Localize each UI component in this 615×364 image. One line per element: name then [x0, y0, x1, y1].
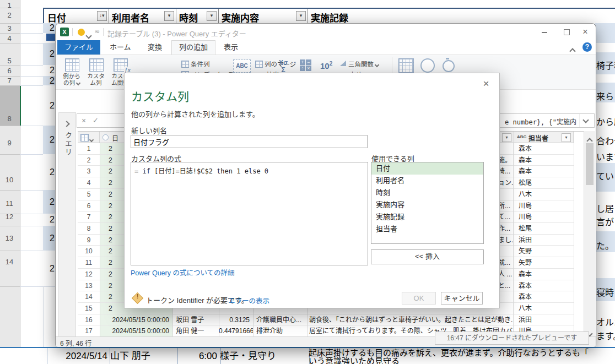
excel-cell-empty[interactable] — [0, 348, 47, 364]
excel-bottom-row: 2024/5/14 山下 朋子 6:00 様子・見守り 起床声掛けするも目の痛み… — [0, 347, 615, 364]
excel-row-number[interactable]: 7 — [0, 77, 19, 85]
filter-icon[interactable]: ▾ — [164, 11, 174, 21]
minimize-button[interactable] — [537, 27, 552, 37]
excel-cell-time[interactable]: 6:00 — [175, 348, 221, 364]
formula-help-link[interactable]: Power Query の式についての詳細 — [131, 267, 235, 278]
scrollbar-thumb[interactable] — [586, 143, 594, 185]
filter-icon[interactable]: ▾ — [296, 11, 306, 21]
queries-pane-label: クエリ — [63, 132, 73, 156]
excel-row-number[interactable]: 11 — [0, 199, 19, 208]
sorted-filter-icon[interactable]: ↓▾ — [97, 11, 107, 21]
cell-text: 2 — [50, 23, 55, 33]
ok-button[interactable]: OK — [402, 292, 436, 305]
available-columns-list[interactable]: 日付利用者名時刻実施内容実施記録担当者 — [371, 162, 484, 244]
duration-button[interactable] — [443, 60, 455, 72]
confirm-formula-icon[interactable]: ✓ — [93, 116, 99, 124]
kiroku-tail-cell: 人 ... — [498, 269, 513, 280]
excel-text-fragment: ます。 — [596, 329, 615, 342]
insert-button[interactable]: << 挿入 — [371, 249, 484, 264]
maximize-button[interactable] — [559, 28, 574, 37]
excel-active-cell — [46, 34, 55, 41]
excel-header-cell: 利用者名▾ — [109, 9, 176, 23]
excel-row-number[interactable]: 10 — [0, 176, 19, 184]
table-row[interactable]: 162024/05/15 0:00:00坂田 雪子0.3125介護職員中心...… — [78, 314, 574, 326]
kiroku-tail-cell: 所... — [498, 200, 513, 211]
excel-text-fragment: ていま — [596, 169, 615, 182]
date-cell: 2024/05/15 0:00:00 — [100, 325, 172, 336]
staff-cell: 森本 — [514, 280, 574, 291]
standard-math-button[interactable]: +− ÷× — [300, 59, 312, 72]
conditional-column-button[interactable]: 条件列 — [181, 59, 210, 68]
new-column-name-input[interactable] — [131, 135, 368, 148]
excel-row-number[interactable]: 14 — [0, 258, 19, 266]
excel-text-fragment: 言が — [596, 215, 615, 228]
excel-cell-date[interactable]: 2024/5/14 — [47, 348, 110, 364]
tab-view[interactable]: 表示 — [217, 40, 245, 55]
formula-input[interactable]: = if [日付]=日誌!$C$2 then 1 else 0 — [131, 162, 368, 265]
smiley-dropdown-icon[interactable] — [87, 30, 91, 40]
filter-icon[interactable]: ▾ — [502, 133, 511, 142]
filter-icon[interactable]: ▾ — [562, 133, 571, 142]
kiroku-tail-cell — [498, 246, 513, 257]
filter-icon[interactable]: ▾ — [207, 11, 217, 21]
tab-file[interactable]: ファイル — [57, 40, 100, 55]
cell-text: 2 — [50, 76, 55, 85]
custom-column-button[interactable]: カスタム列 — [84, 57, 107, 88]
excel-row-number[interactable]: 2 — [0, 11, 19, 19]
excel-header-cell: 実施内容▾ — [218, 9, 308, 23]
available-column-item[interactable]: 時刻 — [371, 187, 483, 199]
quick-access-icon[interactable]: ≂ — [94, 28, 100, 35]
tab-home[interactable]: ホーム — [102, 40, 138, 55]
tab-transform[interactable]: 変換 — [141, 40, 169, 55]
label: 条件列 — [191, 61, 210, 68]
excel-cell-naiyou[interactable]: 様子・見守り — [217, 348, 310, 364]
trigonometry-button[interactable]: 三角関数 — [348, 59, 379, 68]
dialog-close-icon[interactable]: × — [481, 78, 492, 90]
excel-cell-kiroku[interactable]: 起床声掛けするも目の痛みを訴え、更衣が進まず。介助行なおうとするも「 いう意識強… — [306, 348, 615, 364]
tab-add-column[interactable]: 列の追加 — [171, 40, 215, 55]
help-icon[interactable]: ? — [582, 42, 592, 52]
staff-column-header[interactable]: ABC 担当者 ▾ — [514, 132, 574, 143]
sigma-icon: Xσ — [279, 59, 288, 67]
available-column-item[interactable]: 利用者名 — [371, 175, 483, 187]
close-button[interactable]: × — [578, 28, 592, 37]
available-column-item[interactable]: 実施内容 — [371, 199, 483, 211]
excel-row-number[interactable]: 6 — [0, 67, 19, 75]
queries-pane[interactable]: クエリ — [58, 112, 76, 338]
excel-row-number[interactable]: 4 — [0, 34, 19, 42]
excel-cell-name[interactable]: 山下 朋子 — [107, 348, 178, 364]
excel-row-number[interactable]: 5 — [0, 57, 19, 65]
date-button[interactable] — [398, 58, 414, 73]
titlebar[interactable]: X ≂ 記録テーブル (3) - Power Query エディター × — [56, 24, 596, 40]
kiroku-tail-cell: まし... — [498, 235, 513, 246]
available-column-item[interactable]: 担当者 — [371, 223, 483, 235]
statistics-button[interactable]: XσΣ — [275, 59, 292, 74]
feedback-smiley-icon[interactable] — [78, 29, 85, 36]
excel-row-number[interactable]: 9 — [0, 139, 19, 147]
gridline — [0, 286, 20, 287]
excel-row-number[interactable]: 13 — [0, 234, 19, 242]
format-button[interactable]: ABC — [233, 59, 251, 73]
label: カスタ — [87, 73, 105, 79]
available-column-item[interactable]: 実施記録 — [371, 211, 483, 223]
time-button[interactable] — [420, 58, 435, 73]
cell-text: 2 — [50, 65, 55, 76]
kiroku-tail-cell — [498, 303, 513, 314]
expand-formula-icon[interactable] — [579, 114, 593, 127]
show-error-link[interactable]: エラーの表示 — [228, 295, 269, 306]
column-label: 担当者 — [528, 133, 548, 143]
row-number-cell: 12 — [78, 269, 100, 280]
table-corner-header[interactable] — [78, 132, 100, 143]
cancel-button[interactable]: キャンセル — [441, 292, 483, 305]
excel-text-fragment: います — [596, 150, 615, 163]
column-from-examples-button[interactable]: 例からの列 — [60, 57, 83, 88]
kiroku-tail-cell: 施。 — [498, 155, 513, 166]
row-number-cell: 7 — [78, 211, 100, 222]
cancel-formula-icon[interactable]: × — [82, 116, 86, 125]
excel-row-number[interactable]: 8 — [0, 115, 19, 123]
available-column-item[interactable]: 日付 — [371, 162, 483, 175]
expand-pane-icon[interactable] — [64, 118, 69, 128]
excel-row-number[interactable]: 3 — [0, 24, 19, 32]
vertical-scrollbar[interactable] — [584, 131, 595, 336]
power-button[interactable]: 102 — [320, 61, 332, 70]
